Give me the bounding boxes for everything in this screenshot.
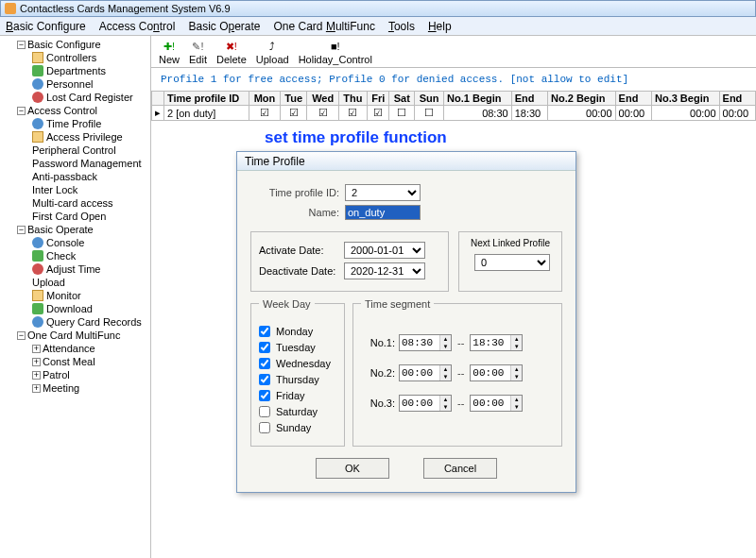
next-label: Next Linked Profile	[467, 238, 554, 248]
tb-edit[interactable]: ✎!Edit	[189, 41, 207, 65]
tb-holiday[interactable]: ■!Holiday_Control	[299, 41, 372, 65]
weekday-checkbox[interactable]	[259, 326, 270, 337]
tree-personnel[interactable]: Personnel	[0, 77, 150, 91]
weekday-sunday[interactable]: Sunday	[259, 422, 336, 433]
time-profile-dialog: Time Profile Time profile ID: 2 Name: Ac…	[236, 151, 576, 493]
tree-inter-lock[interactable]: Inter Lock	[0, 183, 150, 196]
grid-header: Time profile ID MonTueWedThuFriSatSun No…	[152, 92, 756, 106]
tree-time-profile[interactable]: Time Profile	[0, 117, 150, 130]
tree-peripheral[interactable]: Peripheral Control	[0, 144, 150, 157]
segment-row-2: No.2:▲▼--▲▼	[361, 364, 554, 381]
weekday-label: Friday	[276, 390, 305, 401]
weekday-label: Sunday	[276, 422, 311, 433]
cancel-button[interactable]: Cancel	[423, 458, 497, 479]
segment-to[interactable]: ▲▼	[470, 395, 523, 412]
tree-panel: −Basic Configure Controllers Departments…	[0, 36, 151, 558]
id-label: Time profile ID:	[250, 187, 345, 198]
toolbar: ✚!New ✎!Edit ✖!Delete ⤴Upload ■!Holiday_…	[151, 36, 756, 68]
ok-button[interactable]: OK	[316, 458, 389, 479]
weekday-label: Wednesday	[276, 358, 331, 369]
app-icon	[5, 3, 16, 14]
tree-monitor[interactable]: Monitor	[0, 289, 150, 302]
weekday-saturday[interactable]: Saturday	[259, 406, 336, 417]
tree-lost-card[interactable]: Lost Card Register	[0, 91, 150, 104]
tree-departments[interactable]: Departments	[0, 64, 150, 77]
tree-console[interactable]: Console	[0, 236, 150, 249]
grid-row[interactable]: ▸ 2 [on duty] ☑☑☑☑☑☐☐ 08:3018:30 00:0000…	[152, 106, 756, 121]
tree-check[interactable]: Check	[0, 249, 150, 262]
name-label: Name:	[250, 207, 345, 218]
weekday-checkbox[interactable]	[259, 374, 270, 385]
tb-delete[interactable]: ✖!Delete	[216, 41, 247, 65]
segment-row-3: No.3:▲▼--▲▼	[361, 395, 554, 412]
weekday-checkbox[interactable]	[259, 422, 270, 433]
weekday-thursday[interactable]: Thursday	[259, 374, 336, 385]
weekday-label: Monday	[276, 326, 313, 337]
date-fieldset: Activate Date: 2000-01-01 Deactivate Dat…	[250, 231, 449, 292]
tree-attendance[interactable]: +Attendance	[0, 342, 150, 355]
tree-query-records[interactable]: Query Card Records	[0, 315, 150, 329]
weekday-monday[interactable]: Monday	[259, 326, 336, 337]
segment-fieldset: Time segment No.1:▲▼--▲▼No.2:▲▼--▲▼No.3:…	[352, 303, 562, 447]
segment-row-1: No.1:▲▼--▲▼	[361, 334, 554, 351]
segment-from[interactable]: ▲▼	[399, 364, 452, 381]
tree-const-meal[interactable]: +Const Meal	[0, 355, 150, 368]
menu-tools[interactable]: Tools	[388, 20, 415, 33]
segment-to[interactable]: ▲▼	[470, 364, 523, 381]
weekday-checkbox[interactable]	[259, 390, 270, 401]
segment-from[interactable]: ▲▼	[399, 395, 452, 412]
menu-bar: Basic Configure Access Control Basic Ope…	[0, 17, 756, 36]
tree-first-card[interactable]: First Card Open	[0, 210, 150, 223]
weekday-checkbox[interactable]	[259, 342, 270, 353]
tb-upload[interactable]: ⤴Upload	[256, 41, 289, 65]
tree-basic-configure[interactable]: −Basic Configure	[0, 38, 150, 51]
segment-label: No.1:	[361, 337, 395, 348]
menu-basic-configure[interactable]: Basic Configure	[6, 20, 86, 33]
weekday-checkbox[interactable]	[259, 358, 270, 369]
tree-multi-card[interactable]: Multi-card access	[0, 196, 150, 210]
menu-help[interactable]: Help	[428, 20, 452, 33]
next-fieldset: Next Linked Profile 0	[458, 231, 562, 292]
tb-new[interactable]: ✚!New	[159, 41, 180, 65]
weekday-label: Thursday	[276, 374, 319, 385]
deactivate-label: Deactivate Date:	[259, 265, 344, 277]
tree-access-privilege[interactable]: Access Privilege	[0, 130, 150, 144]
weekday-wednesday[interactable]: Wednesday	[259, 358, 336, 369]
activate-date[interactable]: 2000-01-01	[344, 242, 425, 259]
segment-from[interactable]: ▲▼	[399, 334, 452, 351]
title-bar: Contactless Cards Management System V6.9	[0, 0, 756, 17]
weekday-tuesday[interactable]: Tuesday	[259, 342, 336, 353]
dialog-title: Time Profile	[237, 152, 576, 171]
overlay-caption: set time profile function	[265, 128, 447, 147]
segment-label: No.2:	[361, 367, 395, 379]
hint-text: Profile 1 for free access; Profile 0 for…	[151, 68, 756, 91]
tree-basic-operate[interactable]: −Basic Operate	[0, 223, 150, 236]
id-select[interactable]: 2	[345, 184, 421, 201]
tree-meeting[interactable]: +Meeting	[0, 381, 150, 395]
tree-anti-passback[interactable]: Anti-passback	[0, 170, 150, 183]
tree-patrol[interactable]: +Patrol	[0, 368, 150, 381]
menu-basic-operate[interactable]: Basic Operate	[188, 20, 260, 33]
tree-controllers[interactable]: Controllers	[0, 51, 150, 64]
menu-one-card[interactable]: One Card MultiFunc	[274, 20, 375, 33]
segment-label: No.3:	[361, 397, 395, 409]
tree-upload[interactable]: Upload	[0, 276, 150, 289]
activate-label: Activate Date:	[259, 245, 344, 256]
menu-access-control[interactable]: Access Control	[99, 20, 176, 33]
weekday-friday[interactable]: Friday	[259, 390, 336, 401]
tree-access-control[interactable]: −Access Control	[0, 104, 150, 117]
weekday-fieldset: Week Day MondayTuesdayWednesdayThursdayF…	[250, 303, 345, 447]
next-select[interactable]: 0	[474, 254, 550, 271]
tree-download[interactable]: Download	[0, 302, 150, 315]
weekday-checkbox[interactable]	[259, 406, 270, 417]
tree-adjust-time[interactable]: Adjust Time	[0, 262, 150, 276]
deactivate-date[interactable]: 2020-12-31	[344, 262, 425, 279]
segment-to[interactable]: ▲▼	[470, 334, 523, 351]
tree-one-card[interactable]: −One Card MultiFunc	[0, 329, 150, 342]
profile-grid: Time profile ID MonTueWedThuFriSatSun No…	[151, 91, 756, 121]
weekday-label: Tuesday	[276, 342, 316, 353]
tree-password-mgmt[interactable]: Password Management	[0, 157, 150, 170]
name-input[interactable]	[345, 205, 421, 220]
weekday-label: Saturday	[276, 406, 318, 417]
window-title: Contactless Cards Management System V6.9	[20, 3, 231, 14]
